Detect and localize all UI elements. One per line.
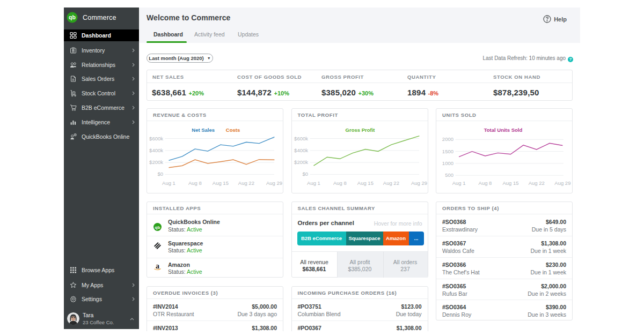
svg-text:$0: $0	[157, 171, 163, 177]
svg-text:Costs: Costs	[226, 127, 240, 133]
svg-text:Total Units Sold: Total Units Sold	[484, 127, 523, 133]
svg-text:$600k: $600k	[149, 136, 163, 141]
svg-text:Gross Profit: Gross Profit	[345, 127, 375, 133]
svg-text:Aug 1: Aug 1	[307, 180, 320, 186]
svg-text:qb: qb	[69, 14, 76, 20]
svg-text:Aug 15: Aug 15	[502, 180, 518, 186]
svg-text:Aug 15: Aug 15	[213, 180, 229, 186]
svg-text:Aug 8: Aug 8	[333, 180, 346, 186]
svg-text:$600k: $600k	[294, 136, 308, 141]
svg-text:Net Sales: Net Sales	[192, 127, 215, 133]
svg-text:Aug 29: Aug 29	[266, 180, 282, 186]
svg-text:Aug 22: Aug 22	[529, 180, 545, 186]
svg-text:$400k: $400k	[294, 147, 308, 153]
svg-text:1000: 1000	[442, 160, 453, 166]
svg-text:Aug 8: Aug 8	[188, 180, 202, 186]
svg-text:qb: qb	[155, 225, 160, 230]
svg-text:Aug 22: Aug 22	[238, 180, 254, 186]
svg-text:a: a	[156, 262, 159, 270]
svg-text:Aug 22: Aug 22	[383, 180, 399, 186]
svg-text:$0: $0	[302, 171, 308, 177]
svg-text:$200k: $200k	[294, 159, 308, 165]
svg-text:$200k: $200k	[149, 159, 163, 165]
svg-text:Aug 29: Aug 29	[554, 180, 570, 186]
svg-text:1500: 1500	[442, 148, 453, 154]
svg-text:Aug 8: Aug 8	[479, 180, 492, 186]
svg-text:Aug 1: Aug 1	[452, 180, 466, 186]
svg-text:$400k: $400k	[149, 147, 163, 153]
svg-text:500: 500	[445, 172, 453, 178]
svg-text:2000: 2000	[442, 136, 453, 142]
svg-text:Aug 15: Aug 15	[357, 180, 373, 186]
svg-text:Aug 29: Aug 29	[411, 180, 427, 186]
svg-text:Aug 1: Aug 1	[162, 180, 175, 186]
